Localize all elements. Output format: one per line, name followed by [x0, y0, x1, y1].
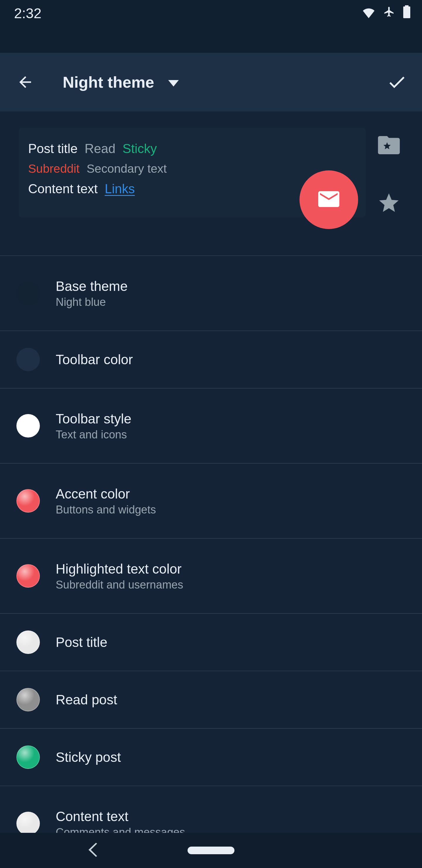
back-button[interactable]	[10, 67, 40, 97]
setting-text: Highlighted text colorSubreddit and user…	[56, 561, 183, 591]
color-swatch	[17, 688, 40, 711]
color-swatch	[17, 630, 40, 654]
setting-row[interactable]: Toolbar color	[0, 331, 422, 388]
setting-title: Toolbar color	[56, 351, 133, 367]
setting-row[interactable]: Base themeNight blue	[0, 255, 422, 331]
setting-title: Sticky post	[56, 749, 121, 765]
system-nav-bar	[0, 833, 422, 868]
airplane-mode-icon	[383, 5, 395, 22]
setting-title: Toolbar style	[56, 411, 131, 427]
star-icon[interactable]	[377, 191, 400, 215]
confirm-button[interactable]	[382, 67, 412, 97]
color-swatch	[17, 281, 40, 305]
color-swatch	[17, 812, 40, 833]
status-icons	[362, 5, 410, 22]
folder-star-icon[interactable]	[378, 136, 400, 155]
preview-card: Post title Read Sticky Subreddit Seconda…	[19, 128, 366, 217]
app-toolbar: Night theme	[0, 53, 422, 112]
setting-subtitle: Comments and messages	[56, 826, 185, 833]
setting-row[interactable]: Read post	[0, 671, 422, 728]
setting-title: Read post	[56, 692, 117, 708]
battery-icon	[403, 5, 410, 22]
preview-read: Read	[85, 141, 116, 156]
setting-text: Content textComments and messages	[56, 808, 185, 833]
setting-row[interactable]: Content textComments and messages	[0, 785, 422, 833]
color-swatch	[17, 414, 40, 437]
color-swatch	[17, 745, 40, 769]
color-swatch	[17, 348, 40, 371]
preview-row: Post title Read Sticky Subreddit Seconda…	[0, 112, 422, 223]
setting-title: Content text	[56, 808, 185, 824]
setting-row[interactable]: Toolbar styleText and icons	[0, 388, 422, 463]
setting-text: Base themeNight blue	[56, 278, 128, 309]
setting-row[interactable]: Highlighted text colorSubreddit and user…	[0, 538, 422, 613]
color-swatch	[17, 564, 40, 588]
setting-row[interactable]: Post title	[0, 613, 422, 671]
setting-title: Accent color	[56, 486, 156, 502]
preview-content: Content text	[28, 182, 98, 196]
setting-title: Base theme	[56, 278, 128, 294]
setting-text: Sticky post	[56, 749, 121, 765]
wifi-icon	[362, 5, 375, 22]
status-gap	[0, 26, 422, 53]
preview-secondary: Secondary text	[87, 162, 167, 176]
setting-row[interactable]: Accent colorButtons and widgets	[0, 463, 422, 538]
nav-back-icon[interactable]	[88, 843, 98, 858]
setting-text: Post title	[56, 634, 107, 650]
chevron-down-icon	[168, 80, 179, 87]
setting-text: Toolbar styleText and icons	[56, 411, 131, 441]
setting-subtitle: Text and icons	[56, 428, 131, 441]
fab-button[interactable]	[299, 170, 358, 229]
content-area: Post title Read Sticky Subreddit Seconda…	[0, 112, 422, 833]
setting-subtitle: Subreddit and usernames	[56, 579, 183, 591]
preview-sticky: Sticky	[123, 141, 157, 156]
setting-text: Toolbar color	[56, 351, 133, 367]
settings-list: Base themeNight blueToolbar colorToolbar…	[0, 255, 422, 833]
setting-title: Post title	[56, 634, 107, 650]
mail-icon	[318, 191, 339, 209]
toolbar-title-text: Night theme	[63, 73, 154, 91]
preview-subreddit: Subreddit	[28, 162, 80, 176]
status-bar: 2:32	[0, 0, 422, 26]
preview-links: Links	[105, 182, 135, 196]
setting-row[interactable]: Sticky post	[0, 728, 422, 785]
nav-home-pill[interactable]	[188, 846, 234, 854]
setting-title: Highlighted text color	[56, 561, 183, 577]
preview-side-icons	[373, 128, 405, 217]
setting-subtitle: Night blue	[56, 296, 128, 309]
status-time: 2:32	[14, 5, 41, 22]
preview-post-title: Post title	[28, 141, 78, 156]
setting-subtitle: Buttons and widgets	[56, 503, 156, 516]
setting-text: Read post	[56, 692, 117, 708]
setting-text: Accent colorButtons and widgets	[56, 486, 156, 516]
theme-selector[interactable]: Night theme	[63, 73, 179, 91]
color-swatch	[17, 489, 40, 513]
